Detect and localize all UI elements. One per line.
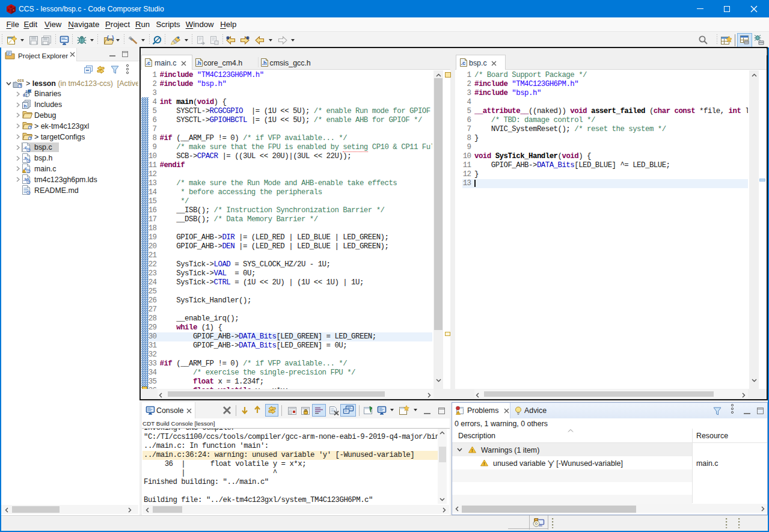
svg-text:{..}: {..} — [107, 35, 115, 41]
svg-text:?: ? — [19, 84, 21, 88]
svg-text:!: ! — [471, 448, 473, 453]
svg-text:?: ? — [28, 169, 30, 173]
svg-text:!: ! — [483, 461, 485, 466]
svg-text:?: ? — [28, 158, 30, 162]
svg-text:?: ? — [28, 148, 30, 152]
svg-text:.h: .h — [262, 60, 266, 66]
svg-text:?: ? — [29, 125, 32, 129]
svg-text:?: ? — [29, 136, 32, 140]
svg-text:?: ? — [28, 180, 30, 184]
svg-text:.c: .c — [461, 60, 465, 66]
svg-text:h: h — [24, 103, 27, 108]
svg-text:.c: .c — [146, 60, 151, 66]
svg-text:ccs: ccs — [17, 78, 24, 82]
svg-text:.h: .h — [196, 60, 201, 66]
svg-text:?: ? — [28, 191, 30, 195]
